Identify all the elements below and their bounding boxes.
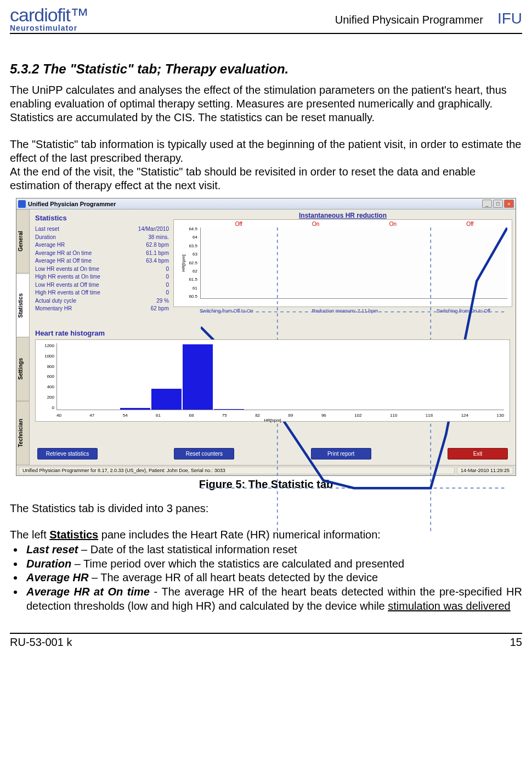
stat-row: Momentary HR62 bpm (35, 305, 169, 313)
maximize-button[interactable]: □ (493, 200, 503, 208)
close-button[interactable]: × (504, 200, 514, 208)
app-window: Unified Physician Programmer _ □ × Gener… (16, 198, 516, 476)
screenshot-figure: Unified Physician Programmer _ □ × Gener… (16, 198, 516, 476)
ifu-label: IFU (497, 10, 522, 27)
stat-row: Average HR62.8 bpm (35, 241, 169, 249)
tab-general[interactable]: General (16, 209, 29, 274)
tab-technician[interactable]: Technician (16, 401, 29, 466)
app-icon (18, 200, 26, 208)
line-chart-panel: Instantaneous HR reduction OffOnOnOff HR… (172, 209, 516, 325)
logo-tm: ™ (70, 4, 88, 25)
stat-row: Low HR events at Off time0 (35, 281, 169, 290)
vertical-tabs: GeneralStatisticsSettingsTechnician (16, 209, 30, 465)
line-chart-title: Instantaneous HR reduction (173, 212, 512, 219)
stat-row: Average HR at On time61.1 bpm (35, 249, 169, 258)
page-header: cardiofit™ Neurostimulator Unified Physi… (10, 5, 522, 34)
line-chart: OffOnOnOff HR[bpm] 64.56463.56362.56261.… (173, 219, 512, 307)
section-heading: 5.3.2 The "Statistic" tab; Therapy evalu… (10, 61, 522, 77)
footer-page-number: 15 (510, 636, 522, 649)
stat-row: Average HR at Off time63.4 bpm (35, 257, 169, 265)
histogram-bar (214, 409, 244, 410)
histogram-bar (183, 344, 213, 410)
page-footer: RU-53-001 k 15 (10, 633, 522, 649)
tab-statistics[interactable]: Statistics (16, 274, 29, 338)
titlebar: Unified Physician Programmer _ □ × (16, 198, 516, 209)
statistics-panel: Statistics Last reset14/Mar/2010Duration… (30, 209, 172, 325)
stat-row: Actual duty cycle29 % (35, 297, 169, 305)
window-title: Unified Physician Programmer (28, 201, 116, 207)
stats-title: Statistics (35, 214, 169, 222)
histogram-bar (151, 389, 182, 410)
paragraph-1: The UniPP calculates and analyses the ef… (10, 83, 522, 124)
bullet-item: Last reset – Date of the last statistica… (24, 543, 522, 557)
stat-row: Last reset14/Mar/2010 (35, 225, 169, 234)
logo-main: cardiofit (10, 4, 70, 25)
logo-sub: Neurostimulator (10, 24, 88, 32)
stat-row: High HR events at On time0 (35, 273, 169, 281)
stat-row: Duration38 mins. (35, 234, 169, 242)
logo: cardiofit™ Neurostimulator (10, 5, 88, 32)
bullets-list: Last reset – Date of the last statistica… (10, 543, 522, 613)
retrieve-statistics-button[interactable]: Retrieve statistics (37, 448, 98, 459)
stat-row: Low HR events at On time0 (35, 265, 169, 274)
bullet-item: Duration – Time period over which the st… (24, 557, 522, 571)
histogram-x-label: HR[bpm] (264, 418, 281, 423)
histogram-chart: 120010008006004002000 404754616875828996… (35, 339, 510, 422)
paragraph-2: The "Statistic" tab information is typic… (10, 138, 522, 192)
bullet-item: Average HR – The average HR of all heart… (24, 571, 522, 585)
bullet-item: Average HR at On time - The average HR o… (24, 585, 522, 613)
minimize-button[interactable]: _ (482, 200, 492, 208)
stat-row: High HR events at Off time0 (35, 289, 169, 297)
footer-doc-id: RU-53-001 k (10, 636, 72, 649)
doc-title: Unified Physicain Programmer (335, 14, 483, 26)
histogram-bar (120, 408, 150, 410)
tab-settings[interactable]: Settings (16, 337, 29, 401)
